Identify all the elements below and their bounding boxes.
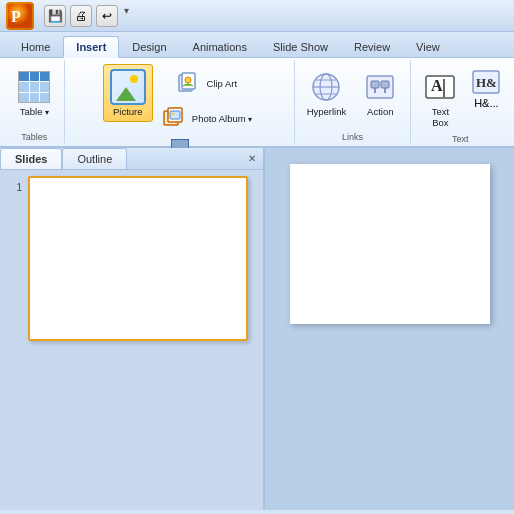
- slide-row-1: 1: [8, 176, 255, 341]
- photo-album-button[interactable]: Photo Album: [155, 101, 257, 135]
- action-label: Action: [367, 106, 393, 117]
- svg-rect-7: [170, 111, 180, 119]
- clip-art-label: Clip Art: [207, 78, 238, 89]
- text-box-icon: A: [422, 69, 458, 105]
- links-group-label: Links: [342, 132, 363, 144]
- text-group-label: Text: [452, 134, 469, 146]
- main-canvas-area: [265, 148, 514, 510]
- save-button[interactable]: 💾: [44, 5, 66, 27]
- table-icon: [16, 69, 52, 105]
- tables-items: Table: [9, 64, 59, 132]
- slide-canvas[interactable]: [290, 164, 490, 324]
- ribbon: Table Tables Picture: [0, 58, 514, 148]
- hyperlink-label: Hyperlink: [307, 106, 347, 117]
- clip-art-icon: [175, 69, 203, 97]
- hamp-label: H&...: [474, 97, 498, 109]
- tab-slideshow[interactable]: Slide Show: [260, 35, 341, 57]
- tab-home[interactable]: Home: [8, 35, 63, 57]
- tables-group-label: Tables: [21, 132, 47, 144]
- table-button[interactable]: Table: [9, 64, 59, 123]
- slides-content: 1: [0, 170, 263, 510]
- ribbon-group-tables: Table Tables: [4, 60, 65, 144]
- svg-text:P: P: [11, 8, 21, 25]
- print-button[interactable]: 🖨: [70, 5, 92, 27]
- undo-button[interactable]: ↩: [96, 5, 118, 27]
- svg-point-8: [171, 113, 174, 116]
- svg-point-4: [185, 77, 191, 83]
- app-logo: P: [6, 2, 34, 30]
- ribbon-group-text: A Text Box H& H&... Text: [411, 60, 510, 144]
- text-items: A Text Box H& H&...: [415, 64, 505, 134]
- action-icon: [362, 69, 398, 105]
- tab-view[interactable]: View: [403, 35, 453, 57]
- photo-album-icon: [160, 104, 188, 132]
- hyperlink-button[interactable]: Hyperlink: [300, 64, 354, 122]
- slides-tabs: Slides Outline ✕: [0, 148, 263, 170]
- slide-number-1: 1: [8, 176, 22, 193]
- tab-outline[interactable]: Outline: [62, 148, 127, 169]
- tab-insert[interactable]: Insert: [63, 36, 119, 58]
- picture-button[interactable]: Picture: [103, 64, 153, 122]
- tab-review[interactable]: Review: [341, 35, 403, 57]
- tab-design[interactable]: Design: [119, 35, 179, 57]
- text-box-label: Text Box: [422, 106, 458, 129]
- qat-dropdown[interactable]: ▾: [124, 5, 129, 27]
- ribbon-group-illustrations: Picture Clip Art: [65, 60, 295, 144]
- picture-icon: [110, 69, 146, 105]
- tab-animations[interactable]: Animations: [180, 35, 260, 57]
- table-label: Table: [20, 106, 49, 118]
- hamp-button[interactable]: H& H&...: [467, 64, 505, 112]
- svg-rect-15: [371, 81, 379, 88]
- picture-label: Picture: [113, 106, 143, 117]
- clip-art-button[interactable]: Clip Art: [155, 66, 257, 100]
- title-bar: P 💾 🖨 ↩ ▾: [0, 0, 514, 32]
- slide-thumbnail-1[interactable]: [28, 176, 248, 341]
- photo-album-label: Photo Album: [192, 113, 252, 125]
- links-items: Hyperlink Action: [300, 64, 406, 132]
- ribbon-group-links: Hyperlink Action Links: [295, 60, 410, 144]
- text-box-button[interactable]: A Text Box: [415, 64, 465, 134]
- hyperlink-icon: [308, 69, 344, 105]
- quick-access-toolbar: 💾 🖨 ↩ ▾: [44, 5, 129, 27]
- ribbon-tabs: Home Insert Design Animations Slide Show…: [0, 32, 514, 58]
- slides-panel: Slides Outline ✕ 1: [0, 148, 265, 510]
- svg-text:A: A: [431, 77, 443, 94]
- svg-text:H&: H&: [476, 75, 497, 90]
- panel-close-button[interactable]: ✕: [245, 151, 259, 165]
- tab-slides[interactable]: Slides: [0, 148, 62, 169]
- svg-rect-16: [381, 81, 389, 88]
- app-body: Slides Outline ✕ 1: [0, 148, 514, 510]
- action-button[interactable]: Action: [355, 64, 405, 122]
